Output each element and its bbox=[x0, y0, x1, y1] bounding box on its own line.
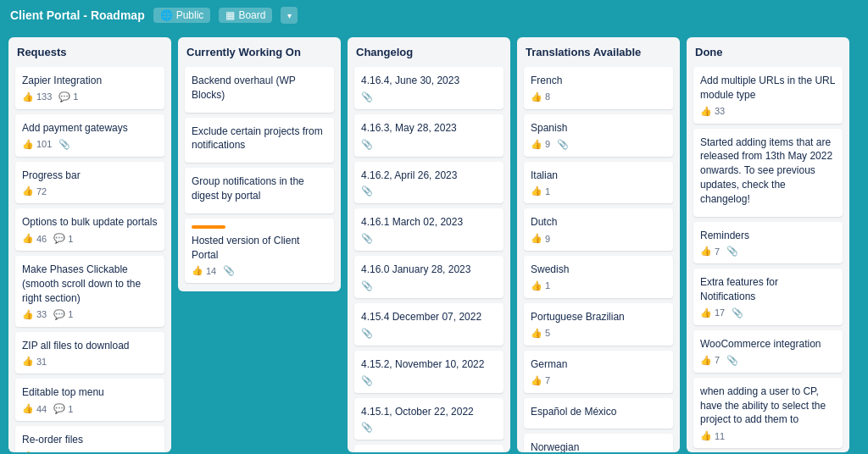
card-done-4[interactable]: WooCommerce integration👍7📎 bbox=[693, 330, 843, 373]
column-translations-available: Translations AvailableFrench👍8Spanish👍9📎… bbox=[517, 37, 680, 452]
card-attach: 📎 bbox=[361, 185, 373, 197]
card-meta: 📎 bbox=[361, 139, 497, 150]
comments-count: 1 bbox=[68, 234, 73, 244]
attach-icon: 📎 bbox=[361, 233, 373, 244]
card-title: Backend overhaul (WP Blocks) bbox=[192, 74, 327, 102]
card-done-5[interactable]: when adding a user to CP, have the abili… bbox=[693, 378, 843, 448]
card-translations-available-3[interactable]: Dutch👍9 bbox=[524, 208, 673, 251]
card-translations-available-6[interactable]: German👍7 bbox=[524, 351, 673, 393]
thumb-icon: 👍 bbox=[700, 246, 712, 257]
card-attach: 📎 bbox=[726, 355, 738, 366]
board-chevron-button[interactable]: ▾ bbox=[281, 7, 298, 24]
attach-icon: 📎 bbox=[361, 185, 373, 197]
card-changelog-1[interactable]: 4.16.3, May 28, 2023📎 bbox=[354, 114, 504, 157]
board-label: Board bbox=[238, 9, 265, 21]
app-title: Client Portal - Roadmap bbox=[10, 8, 145, 22]
card-title: when adding a user to CP, have the abili… bbox=[700, 385, 836, 427]
board-badge[interactable]: ▦ Board bbox=[219, 8, 272, 23]
card-title: 4.15 September 18, 2022 bbox=[361, 451, 497, 452]
likes-count: 101 bbox=[36, 139, 52, 149]
card-meta: 👍8 bbox=[531, 91, 666, 102]
card-translations-available-0[interactable]: French👍8 bbox=[524, 67, 673, 109]
card-likes: 👍1 bbox=[531, 280, 550, 291]
card-changelog-0[interactable]: 4.16.4, June 30, 2023📎 bbox=[354, 67, 504, 109]
card-likes: 👍14 bbox=[192, 265, 216, 276]
likes-count: 8 bbox=[545, 91, 550, 102]
card-requests-6[interactable]: Editable top menu👍44💬1 bbox=[15, 379, 164, 421]
card-translations-available-7[interactable]: Español de México bbox=[524, 398, 673, 429]
card-changelog-4[interactable]: 4.16.0 January 28, 2023📎 bbox=[354, 256, 504, 298]
card-attach: 📎 bbox=[361, 91, 373, 102]
card-meta: 👍1 bbox=[531, 185, 666, 197]
card-changelog-2[interactable]: 4.16.2, April 26, 2023📎 bbox=[354, 162, 504, 204]
thumb-icon: 👍 bbox=[700, 106, 712, 117]
card-translations-available-2[interactable]: Italian👍1 bbox=[524, 162, 673, 204]
card-done-2[interactable]: Reminders👍7📎 bbox=[693, 222, 843, 264]
card-title: Progress bar bbox=[22, 169, 158, 183]
card-attach: 📎 bbox=[557, 139, 569, 150]
comments-count: 1 bbox=[68, 309, 73, 319]
thumb-icon: 👍 bbox=[700, 307, 712, 318]
card-done-1[interactable]: Started adding items that are released f… bbox=[693, 129, 843, 217]
likes-count: 1 bbox=[545, 280, 550, 291]
card-currently-working-on-1[interactable]: Exclude certain projects from notificati… bbox=[185, 118, 334, 163]
public-badge[interactable]: 🌐 Public bbox=[153, 8, 211, 23]
card-comments: 💬1 bbox=[53, 233, 73, 244]
comment-icon: 💬 bbox=[53, 403, 65, 414]
card-meta: 👍31 bbox=[22, 356, 158, 367]
card-translations-available-4[interactable]: Swedish👍1 bbox=[524, 256, 673, 298]
card-likes: 👍33 bbox=[700, 106, 725, 117]
card-title: Extra features for Notifications bbox=[700, 275, 836, 304]
card-likes: 👍31 bbox=[22, 356, 47, 367]
comment-icon: 💬 bbox=[53, 309, 65, 320]
card-changelog-3[interactable]: 4.16.1 March 02, 2023📎 bbox=[354, 208, 504, 251]
card-meta: 📎 bbox=[361, 375, 497, 386]
card-attach: 📎 bbox=[58, 139, 70, 150]
card-title: WooCommerce integration bbox=[700, 337, 836, 352]
attach-icon: 📎 bbox=[361, 375, 373, 386]
card-title: Add payment gateways bbox=[22, 121, 158, 136]
public-label: Public bbox=[176, 9, 204, 21]
card-requests-1[interactable]: Add payment gateways👍101📎 bbox=[15, 114, 164, 157]
card-title: Options to bulk update portals bbox=[22, 215, 158, 230]
card-changelog-8[interactable]: 4.15 September 18, 2022📎 bbox=[354, 445, 504, 452]
card-meta: 👍9📎 bbox=[531, 139, 666, 150]
card-currently-working-on-2[interactable]: Group notifications in the digest by por… bbox=[185, 168, 334, 213]
card-translations-available-5[interactable]: Portuguese Brazilian👍5 bbox=[524, 303, 673, 346]
card-meta: 👍5 bbox=[531, 328, 666, 339]
likes-count: 31 bbox=[36, 357, 47, 367]
card-changelog-5[interactable]: 4.15.4 December 07, 2022📎 bbox=[354, 303, 504, 346]
card-title: Dutch bbox=[531, 215, 666, 230]
column-title-currently-working-on: Currently Working On bbox=[185, 46, 334, 58]
card-translations-available-1[interactable]: Spanish👍9📎 bbox=[524, 114, 673, 157]
card-requests-4[interactable]: Make Phases Clickable (smooth scroll dow… bbox=[15, 256, 164, 326]
card-currently-working-on-3[interactable]: Hosted version of Client Portal👍14📎 bbox=[185, 219, 334, 284]
likes-count: 72 bbox=[36, 186, 47, 197]
globe-icon: 🌐 bbox=[160, 9, 173, 21]
card-title: Reminders bbox=[700, 229, 836, 243]
card-likes: 👍101 bbox=[22, 139, 52, 150]
card-changelog-6[interactable]: 4.15.2, November 10, 2022📎 bbox=[354, 351, 504, 393]
likes-count: 9 bbox=[545, 139, 550, 149]
card-done-3[interactable]: Extra features for Notifications👍17📎 bbox=[693, 269, 843, 325]
card-done-0[interactable]: Add multiple URLs in the URL module type… bbox=[693, 67, 843, 124]
card-requests-0[interactable]: Zapier Integration👍133💬1 bbox=[15, 67, 164, 109]
thumb-icon: 👍 bbox=[531, 328, 542, 339]
column-title-changelog: Changelog bbox=[354, 46, 504, 58]
card-requests-3[interactable]: Options to bulk update portals👍46💬1 bbox=[15, 208, 164, 251]
card-requests-7[interactable]: Re-order files👍23 bbox=[15, 426, 164, 452]
thumb-icon: 👍 bbox=[531, 280, 542, 291]
card-title: Exclude certain projects from notificati… bbox=[192, 125, 327, 153]
column-changelog: Changelog4.16.4, June 30, 2023📎4.16.3, M… bbox=[348, 37, 510, 452]
card-currently-working-on-0[interactable]: Backend overhaul (WP Blocks) bbox=[185, 67, 334, 113]
card-requests-2[interactable]: Progress bar👍72 bbox=[15, 162, 164, 204]
thumb-icon: 👍 bbox=[22, 403, 34, 414]
app-header: Client Portal - Roadmap 🌐 Public ▦ Board… bbox=[0, 0, 868, 30]
card-title: Re-order files bbox=[22, 433, 158, 447]
card-meta: 📎 bbox=[361, 328, 497, 339]
card-title: Make Phases Clickable (smooth scroll dow… bbox=[22, 263, 158, 305]
card-translations-available-8[interactable]: Norwegian👍1 bbox=[524, 434, 673, 452]
column-title-done: Done bbox=[693, 46, 843, 58]
card-requests-5[interactable]: ZIP all files to download👍31 bbox=[15, 332, 164, 374]
card-changelog-7[interactable]: 4.15.1, October 22, 2022📎 bbox=[354, 398, 504, 440]
